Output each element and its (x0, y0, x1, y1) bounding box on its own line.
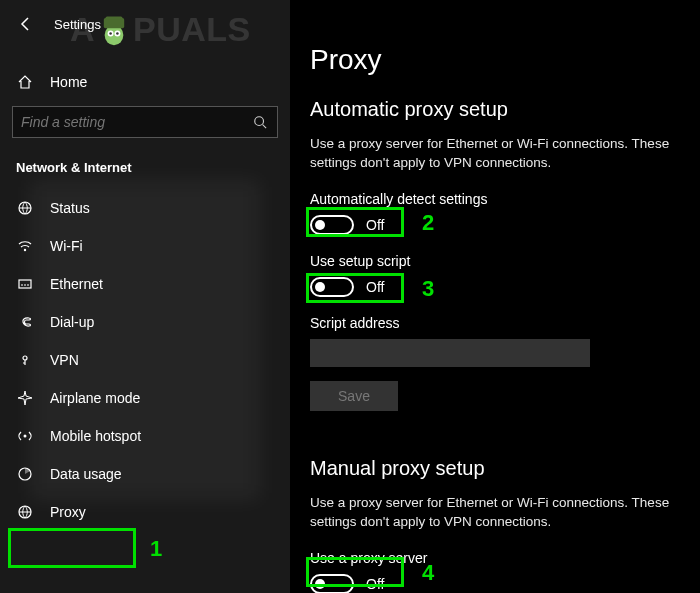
sidebar-item-wifi[interactable]: Wi-Fi (0, 227, 290, 265)
save-button[interactable]: Save (310, 381, 398, 411)
svg-point-7 (255, 117, 264, 126)
svg-point-12 (23, 356, 27, 360)
script-address-label: Script address (310, 315, 700, 331)
sidebar-item-data[interactable]: Data usage (0, 455, 290, 493)
settings-sidebar: A PUALS Settings Home (0, 0, 290, 593)
auto-detect-label: Automatically detect settings (310, 191, 700, 207)
sidebar-item-label: Ethernet (50, 276, 103, 292)
airplane-icon (16, 390, 34, 406)
search-box[interactable] (12, 106, 278, 138)
auto-section-title: Automatic proxy setup (310, 98, 700, 121)
script-address-input[interactable] (310, 339, 590, 367)
back-button[interactable] (16, 14, 36, 34)
setup-script-state: Off (366, 279, 384, 295)
auto-section-desc: Use a proxy server for Ethernet or Wi-Fi… (310, 135, 690, 173)
sidebar-item-label: Wi-Fi (50, 238, 83, 254)
svg-point-13 (24, 435, 27, 438)
arrow-left-icon (18, 16, 34, 32)
auto-detect-state: Off (366, 217, 384, 233)
auto-detect-toggle[interactable] (310, 215, 354, 235)
wifi-icon (16, 238, 34, 254)
sidebar-item-label: Proxy (50, 504, 86, 520)
sidebar-item-label: Status (50, 200, 90, 216)
sidebar-item-status[interactable]: Status (0, 189, 290, 227)
manual-use-toggle[interactable] (310, 574, 354, 593)
sidebar-item-airplane[interactable]: Airplane mode (0, 379, 290, 417)
sidebar-home[interactable]: Home (0, 64, 290, 100)
manual-section-title: Manual proxy setup (310, 457, 700, 480)
sidebar-item-proxy[interactable]: Proxy (0, 493, 290, 531)
setup-script-toggle[interactable] (310, 277, 354, 297)
manual-use-state: Off (366, 576, 384, 592)
sidebar-item-label: Airplane mode (50, 390, 140, 406)
search-icon (251, 115, 269, 129)
page-title: Proxy (310, 44, 700, 76)
sidebar-home-label: Home (50, 74, 87, 90)
sidebar-item-ethernet[interactable]: Ethernet (0, 265, 290, 303)
sidebar-item-hotspot[interactable]: Mobile hotspot (0, 417, 290, 455)
svg-line-8 (263, 125, 267, 129)
ethernet-icon (16, 276, 34, 292)
proxy-icon (16, 504, 34, 520)
sidebar-item-label: Dial-up (50, 314, 94, 330)
sidebar-item-label: Data usage (50, 466, 122, 482)
search-input[interactable] (21, 114, 251, 130)
sidebar-category: Network & Internet (0, 138, 290, 189)
data-icon (16, 466, 34, 482)
vpn-icon (16, 352, 34, 368)
window-title: Settings (54, 17, 101, 32)
manual-use-label: Use a proxy server (310, 550, 700, 566)
settings-content: Proxy Automatic proxy setup Use a proxy … (290, 0, 700, 593)
sidebar-item-label: Mobile hotspot (50, 428, 141, 444)
setup-script-label: Use setup script (310, 253, 700, 269)
sidebar-item-dialup[interactable]: Dial-up (0, 303, 290, 341)
manual-section-desc: Use a proxy server for Ethernet or Wi-Fi… (310, 494, 690, 532)
svg-point-10 (24, 249, 26, 251)
hotspot-icon (16, 428, 34, 444)
status-icon (16, 200, 34, 216)
home-icon (16, 74, 34, 90)
dialup-icon (16, 314, 34, 330)
sidebar-item-vpn[interactable]: VPN (0, 341, 290, 379)
sidebar-item-label: VPN (50, 352, 79, 368)
